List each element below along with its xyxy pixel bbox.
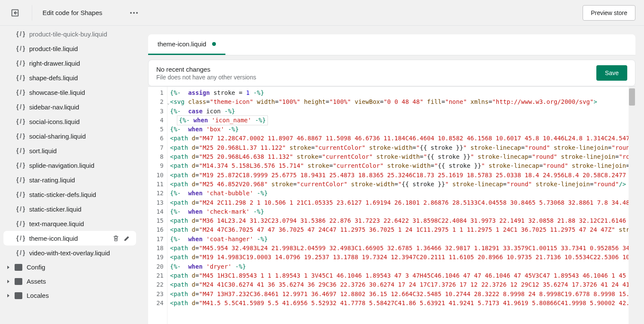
svg-text:{ / }: { / } xyxy=(16,176,25,183)
caret-right-icon xyxy=(7,279,11,284)
tab-theme-icon[interactable]: theme-icon.liquid xyxy=(148,34,225,55)
svg-text:{ / }: { / } xyxy=(16,45,25,52)
save-button[interactable]: Save xyxy=(596,65,627,81)
liquid-file-icon: { / } xyxy=(16,44,25,53)
file-item-social-sharing-liquid[interactable]: { / }social-sharing.liquid xyxy=(3,129,136,143)
svg-text:{ / }: { / } xyxy=(16,30,25,37)
svg-text:{ / }: { / } xyxy=(16,249,25,256)
file-item-product-tile-quick-buy-liquid[interactable]: { / }product-tile-quick-buy.liquid xyxy=(3,27,136,41)
file-explorer: { / }product-tile-quick-buy.liquid{ / }p… xyxy=(0,26,140,324)
svg-text:{ / }: { / } xyxy=(16,162,25,169)
editor-tabs: theme-icon.liquid xyxy=(148,34,635,55)
svg-text:{ / }: { / } xyxy=(16,89,25,96)
svg-text:{ / }: { / } xyxy=(16,235,25,242)
caret-right-icon xyxy=(7,265,11,269)
exit-button[interactable] xyxy=(9,6,21,19)
svg-text:{ / }: { / } xyxy=(16,220,25,227)
liquid-file-icon: { / } xyxy=(16,146,25,155)
file-item-product-tile-liquid[interactable]: { / }product-tile.liquid xyxy=(3,41,136,56)
folder-icon xyxy=(15,292,22,299)
liquid-file-icon: { / } xyxy=(16,205,25,213)
svg-text:{ / }: { / } xyxy=(16,118,25,125)
status-sub: File does not have any other versions xyxy=(156,74,256,81)
file-item-shape-defs-liquid[interactable]: { / }shape-defs.liquid xyxy=(3,70,136,85)
liquid-file-icon: { / } xyxy=(16,103,25,111)
file-item-right-drawer-liquid[interactable]: { / }right-drawer.liquid xyxy=(3,56,136,70)
file-item-social-icons-liquid[interactable]: { / }social-icons.liquid xyxy=(3,114,136,129)
svg-text:{ / }: { / } xyxy=(16,60,25,67)
file-item-static-sticker-liquid[interactable]: { / }static-sticker.liquid xyxy=(3,202,136,216)
liquid-file-icon: { / } xyxy=(16,132,25,140)
liquid-file-icon: { / } xyxy=(16,59,25,67)
code-editor[interactable]: 12⌄3456789101112131415161718192021222324… xyxy=(148,86,635,324)
file-item-sidebar-nav-liquid[interactable]: { / }sidebar-nav.liquid xyxy=(3,100,136,114)
editor-scrollbar[interactable] xyxy=(629,87,635,324)
file-item-showcase-tile-liquid[interactable]: { / }showcase-tile.liquid xyxy=(3,85,136,100)
liquid-file-icon: { / } xyxy=(16,88,25,97)
liquid-file-icon: { / } xyxy=(16,117,25,126)
edit-icon[interactable] xyxy=(123,234,131,242)
folder-icon xyxy=(15,264,22,271)
page-title: Edit code for Shapes xyxy=(43,9,102,16)
file-item-theme-icon-liquid[interactable]: { / }theme-icon.liquid xyxy=(3,231,136,245)
more-menu-button[interactable] xyxy=(130,12,138,14)
folder-assets[interactable]: Assets xyxy=(0,274,140,288)
file-item-video-with-text-overlay-liquid[interactable]: { / }video-with-text-overlay.liquid xyxy=(3,245,136,260)
liquid-file-icon: { / } xyxy=(16,176,25,184)
liquid-file-icon: { / } xyxy=(16,190,25,199)
file-item-static-sticker-defs-liquid[interactable]: { / }static-sticker-defs.liquid xyxy=(3,187,136,202)
preview-store-button[interactable]: Preview store xyxy=(583,5,635,21)
unsaved-indicator-icon xyxy=(212,42,216,46)
file-item-splide-navigation-liquid[interactable]: { / }splide-navigation.liquid xyxy=(3,158,136,173)
svg-text:{ / }: { / } xyxy=(16,133,25,139)
file-item-star-rating-liquid[interactable]: { / }star-rating.liquid xyxy=(3,173,136,187)
status-main: No recent changes xyxy=(156,66,256,73)
liquid-file-icon: { / } xyxy=(16,73,25,82)
delete-icon[interactable] xyxy=(112,234,120,242)
caret-right-icon xyxy=(7,294,11,298)
folder-icon xyxy=(15,278,22,285)
svg-text:{ / }: { / } xyxy=(16,191,25,198)
fold-icon[interactable]: ⌄ xyxy=(167,98,170,107)
svg-text:{ / }: { / } xyxy=(16,206,25,212)
file-item-sort-liquid[interactable]: { / }sort.liquid xyxy=(3,143,136,158)
folder-config[interactable]: Config xyxy=(0,260,140,274)
liquid-file-icon: { / } xyxy=(16,161,25,170)
liquid-file-icon: { / } xyxy=(16,219,25,228)
svg-text:{ / }: { / } xyxy=(16,147,25,154)
liquid-file-icon: { / } xyxy=(16,234,25,242)
liquid-file-icon: { / } xyxy=(16,248,25,257)
liquid-file-icon: { / } xyxy=(16,30,25,38)
svg-text:{ / }: { / } xyxy=(16,74,25,81)
file-item-text-marquee-liquid[interactable]: { / }text-marquee.liquid xyxy=(3,216,136,231)
divider xyxy=(32,5,32,21)
folder-locales[interactable]: Locales xyxy=(0,288,140,303)
svg-text:{ / }: { / } xyxy=(16,103,25,110)
